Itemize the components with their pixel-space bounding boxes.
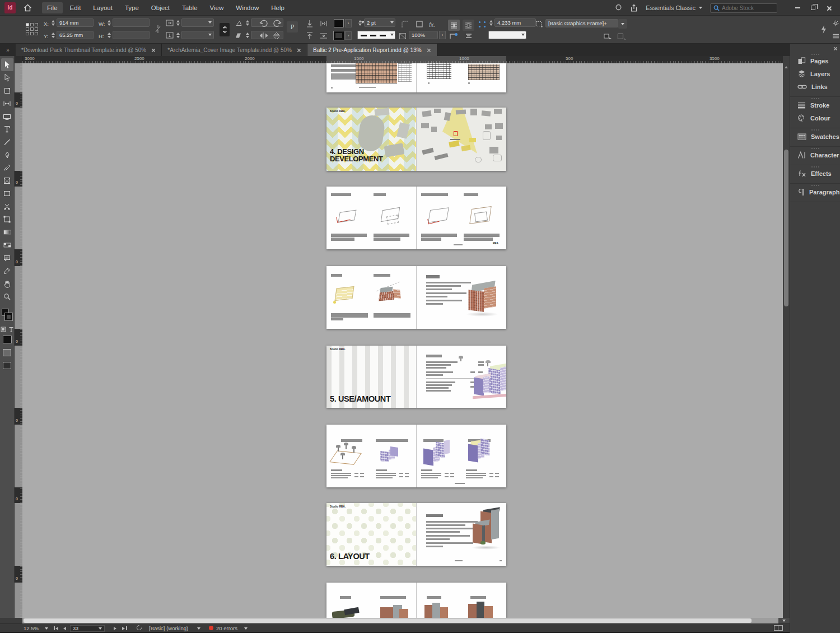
formatting-container-icon[interactable] [1,327,6,332]
dock-close-icon[interactable] [833,46,837,50]
flip-v-button-icon[interactable] [273,32,281,40]
rectangle-tool[interactable] [1,187,13,200]
stroke-weight-caret[interactable] [390,21,394,24]
tab-baltic-report[interactable]: Baltic 2 Pre-Application Report.indd @ 1… [307,44,437,56]
scrollbar-options-button[interactable] [778,618,790,623]
spread-massing-options[interactable] [326,425,506,487]
pen-tool[interactable] [1,148,13,161]
view-options-button[interactable] [3,349,11,356]
spread-design-development[interactable]: Studio RBA. 4. DESIGN DEVELOPMENT [326,108,506,171]
last-page-button[interactable] [126,626,127,630]
previous-page-button[interactable] [63,627,66,630]
gear-icon[interactable] [833,20,839,26]
tab-download-pack[interactable]: *Download Pack Thumbnail Template.indd @… [16,44,162,56]
pencil-tool[interactable] [1,161,13,174]
lightning-icon[interactable] [820,25,827,34]
formatting-text-icon[interactable] [8,327,14,332]
spread-use-amount[interactable]: Studio RBA. 5. USE/AMOUNT [326,346,506,408]
free-transform-tool[interactable] [1,213,13,226]
menu-edit[interactable]: Edit [65,2,86,13]
direct-selection-tool[interactable] [1,71,13,84]
frame-icon[interactable] [416,20,423,28]
align-bottom-icon[interactable] [306,32,314,40]
rotate-ccw-icon[interactable] [259,19,268,27]
spread-view-icon[interactable] [774,625,783,631]
rotation-stepper[interactable] [245,18,250,27]
screen-mode-button[interactable] [3,362,11,369]
height-field[interactable] [113,31,150,39]
distribute-icon[interactable] [319,20,328,27]
ruler-origin-corner[interactable] [15,56,22,63]
corner-options-icon[interactable] [401,20,409,29]
h-stepper[interactable] [106,31,111,39]
panel-swatches[interactable]: Swatches [790,130,840,143]
document-canvas[interactable]: Studio RBA. 4. DESIGN DEVELOPMENT [22,63,783,618]
preflight-icon[interactable] [136,624,143,631]
horizontal-scrollbar[interactable] [22,618,778,623]
first-page-arrow[interactable] [55,627,58,630]
gradient-swatch-tool[interactable] [1,226,13,239]
spread-layout[interactable]: Studio RBA. 6. LAYOUT [326,503,506,566]
scale-y-stepper[interactable] [175,31,180,39]
opacity-field[interactable]: 100% [409,31,438,39]
fill-swatch-menu[interactable]: › [345,19,352,27]
panel-menu-icon[interactable] [833,34,839,39]
frame-tool[interactable] [1,174,13,187]
stroke-swatch-menu[interactable]: › [345,31,352,40]
first-page-button[interactable] [54,626,55,630]
menu-window[interactable]: Window [231,2,264,13]
panel-character[interactable]: Character [790,148,840,161]
share-icon[interactable] [630,4,638,12]
panel-stroke[interactable]: Stroke [790,99,840,111]
type-tool[interactable] [1,123,13,136]
shear-stepper[interactable] [245,31,250,39]
opacity-menu[interactable]: › [439,31,446,39]
menu-file[interactable]: File [42,2,63,13]
stroke-color-swatch[interactable] [334,31,344,40]
scale-x-caret[interactable] [208,21,212,24]
scale-x-stepper[interactable] [175,18,180,27]
learn-lightbulb-icon[interactable] [615,4,622,12]
swatch-fill-caret[interactable] [521,34,525,36]
tab-archademia-cover[interactable]: *ArchAdemia_Cover Image Template.indd @ … [162,44,307,56]
object-style-dropdown[interactable]: [Basic Graphics Frame]+ [545,19,618,27]
fill-color-swatch[interactable] [334,19,344,27]
distribute-v-icon[interactable] [319,32,328,40]
effects-fx-label[interactable]: fx. [429,21,435,28]
panel-paragraph[interactable]: Paragraph [790,185,840,198]
error-count[interactable]: 20 errors [216,625,237,631]
swatch-fill-dropdown[interactable] [488,31,526,39]
select-container-icon[interactable]: P [287,21,298,32]
gap-stepper[interactable] [488,18,493,27]
stroke-swatch[interactable] [5,313,12,320]
eyedropper-tool[interactable] [1,264,13,277]
menu-help[interactable]: Help [266,2,290,13]
width-field[interactable] [113,18,150,27]
menu-view[interactable]: View [205,2,229,13]
x-position-field[interactable]: 914 mm [57,18,94,27]
tab-close-icon[interactable] [297,48,301,52]
panel-colour[interactable]: Colour [790,111,840,124]
home-icon[interactable] [24,4,32,12]
gap-tool[interactable] [1,97,13,110]
vertical-ruler[interactable]: 0 0 0 0 0 0 0 [15,63,22,618]
rotate-cw-icon[interactable] [273,19,282,27]
menu-object[interactable]: Object [146,2,175,13]
spread-renders-partial[interactable] [326,583,506,618]
quick-apply-icon[interactable] [604,33,612,40]
link-dimensions-button[interactable] [220,23,230,36]
stroke-weight-stepper[interactable] [357,18,362,27]
next-page-button[interactable] [114,627,116,630]
gradient-feather-tool[interactable] [1,239,13,252]
fit-content-icon[interactable] [465,32,473,39]
object-style-caret-button[interactable] [618,19,627,29]
content-collector-tool[interactable] [1,110,13,123]
panel-links[interactable]: Links [790,80,840,93]
panel-effects[interactable]: Effects [790,167,840,180]
page-tool[interactable] [1,84,13,97]
flip-h-button-icon[interactable] [259,32,268,39]
w-stepper[interactable] [106,18,111,27]
page-list-caret[interactable] [99,627,102,630]
preflight-profile[interactable]: [Basic] (working) [149,625,188,631]
apply-color-button[interactable] [3,336,12,343]
